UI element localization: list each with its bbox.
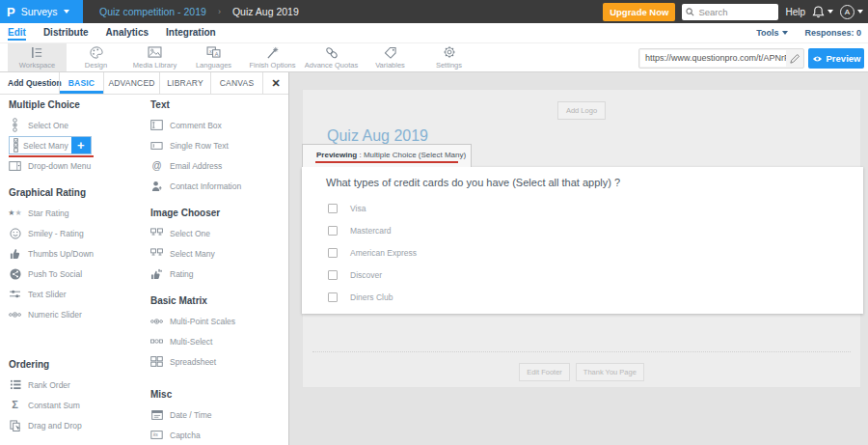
question-type-item[interactable]: Select One + — [9, 115, 150, 135]
question-type-item[interactable]: Date / Time — [150, 404, 288, 425]
breadcrumb-survey-name[interactable]: Quiz competition - 2019 — [99, 6, 206, 17]
question-type-item[interactable]: Thumbs Up/Down — [9, 243, 150, 264]
surveys-menu[interactable]: P Surveys — [0, 0, 83, 23]
preview-button[interactable]: Preview — [808, 48, 864, 69]
help-link[interactable]: Help — [785, 7, 805, 17]
thumbs-icon — [9, 248, 21, 260]
toolbar-item[interactable]: Settings — [420, 43, 478, 71]
toolbar-item[interactable]: Advance Quotas — [302, 43, 361, 71]
survey-url-field[interactable]: https://www.questionpro.com/t/APNrFZ — [638, 48, 804, 69]
option-label[interactable]: American Express — [350, 248, 417, 258]
question-type-item[interactable]: Select Many + — [9, 136, 92, 154]
tab-basic[interactable]: BASIC — [59, 72, 103, 94]
nav-bar: Edit Distribute Analytics Integration To… — [0, 23, 868, 42]
toolbar-item[interactable]: Finish Options — [243, 43, 302, 71]
question-type-item[interactable]: Rating — [150, 264, 288, 284]
close-icon[interactable]: ✕ — [262, 72, 288, 94]
eye-icon — [812, 55, 823, 63]
finish-options-icon — [266, 46, 280, 59]
question-type-item[interactable]: Multi-Point Scales — [150, 311, 288, 331]
settings-icon — [443, 46, 456, 59]
edit-footer-button[interactable]: Edit Footer — [519, 363, 570, 381]
email-icon: @ — [150, 161, 163, 171]
tab-canvas[interactable]: CANVAS — [210, 72, 262, 94]
spreadsheet-icon — [150, 356, 163, 367]
account-menu[interactable]: A — [840, 5, 863, 19]
question-type-item[interactable]: Spreadsheet — [150, 351, 288, 372]
add-logo-button[interactable]: Add Logo — [557, 101, 606, 120]
option-label[interactable]: Visa — [350, 204, 366, 213]
tab-integration[interactable]: Integration — [166, 25, 216, 41]
toolbar-item[interactable]: Media Library — [125, 43, 184, 71]
notifications-menu[interactable] — [812, 5, 833, 18]
thank-you-page-button[interactable]: Thank You Page — [576, 363, 644, 381]
tab-library[interactable]: LIBRARY — [159, 72, 210, 94]
tab-distribute[interactable]: Distribute — [43, 25, 89, 41]
search-input[interactable]: Search — [682, 4, 778, 20]
option-label[interactable]: Diners Club — [350, 292, 393, 302]
edit-url-pencil-icon[interactable] — [790, 54, 800, 64]
chevron-down-icon — [827, 10, 833, 14]
toolbar-item[interactable]: Workspace — [8, 43, 67, 71]
group-heading: Basic Matrix — [150, 295, 288, 307]
survey-title[interactable]: Quiz Aug 2019 — [327, 127, 428, 145]
previewing-label: Previewing — [316, 151, 357, 159]
rating-hand-icon — [150, 268, 163, 280]
add-question-plus-button[interactable]: + — [71, 137, 91, 153]
toolbar-item[interactable]: Design — [67, 43, 125, 71]
checkbox[interactable] — [328, 292, 338, 302]
question-type-item[interactable]: Comment Box — [150, 115, 288, 135]
question-type-item[interactable]: Push To Social — [9, 264, 150, 284]
survey-url-value[interactable]: https://www.questionpro.com/t/APNrFZ — [640, 50, 786, 67]
upgrade-now-button[interactable]: Upgrade Now — [603, 3, 675, 21]
question-type-item[interactable]: Contact Information — [150, 176, 288, 196]
sidebar-title: Add Question — [0, 72, 59, 94]
toolbar-item[interactable]: xA Languages — [184, 43, 243, 71]
question-type-item[interactable]: ks Captcha — [150, 425, 288, 445]
search-placeholder: Search — [698, 7, 727, 17]
group-heading: Misc — [150, 389, 288, 401]
red-underline — [315, 161, 458, 163]
question-card: What types of credit cards do you have (… — [302, 167, 863, 314]
advance-quotas-icon — [325, 46, 339, 59]
media-library-icon — [148, 46, 162, 59]
question-type-item[interactable]: ★★ Star Rating — [9, 203, 150, 223]
tools-menu[interactable]: Tools — [756, 28, 788, 38]
option-label[interactable]: Discover — [350, 270, 382, 280]
checkbox[interactable] — [328, 270, 338, 280]
tab-analytics[interactable]: Analytics — [106, 25, 149, 41]
monitor-pair-icon — [150, 248, 163, 259]
tab-advanced[interactable]: ADVANCED — [103, 72, 159, 94]
text-slider-icon — [9, 289, 21, 299]
question-type-item[interactable]: Smiley - Rating — [9, 223, 150, 243]
group-heading: Image Chooser — [150, 208, 288, 219]
answer-option: American Express — [328, 241, 417, 264]
question-type-item[interactable]: Rank Order — [9, 375, 150, 395]
question-type-item[interactable]: Select One — [150, 223, 288, 243]
option-label[interactable]: Mastercard — [350, 226, 392, 236]
questionpro-logo[interactable]: P — [7, 5, 15, 19]
question-type-item[interactable]: Multi-Select — [150, 331, 288, 351]
question-type-item[interactable]: Single Row Text — [150, 135, 288, 155]
question-text[interactable]: What types of credit cards do you have (… — [326, 177, 620, 188]
surveys-menu-label: Surveys — [21, 6, 58, 17]
checkbox[interactable] — [328, 226, 338, 236]
question-type-item[interactable]: Drag and Drop — [9, 415, 150, 435]
question-type-item[interactable]: Drop-down Menu + — [9, 155, 150, 176]
checkbox[interactable] — [328, 204, 338, 213]
previewing-value: : Multiple Choice (Select Many) — [357, 151, 466, 159]
checkbox[interactable] — [328, 248, 338, 258]
question-type-item[interactable]: @ Email Address — [150, 155, 288, 176]
languages-icon: xA — [206, 46, 221, 59]
toolbar-item[interactable]: Variables — [361, 43, 420, 71]
responses-count[interactable]: Responses: 0 — [804, 28, 861, 38]
question-type-item[interactable]: Σ Constant Sum — [9, 395, 150, 415]
answer-option: Diners Club — [328, 286, 417, 308]
comment-box-icon — [150, 120, 163, 130]
multiselect-icon — [150, 338, 163, 345]
question-type-item[interactable]: Select Many — [150, 243, 288, 264]
chevron-down-icon — [857, 10, 863, 14]
tab-edit[interactable]: Edit — [8, 25, 26, 41]
question-type-item[interactable]: Numeric Slider — [9, 304, 150, 324]
question-type-item[interactable]: Text Slider — [9, 284, 150, 304]
